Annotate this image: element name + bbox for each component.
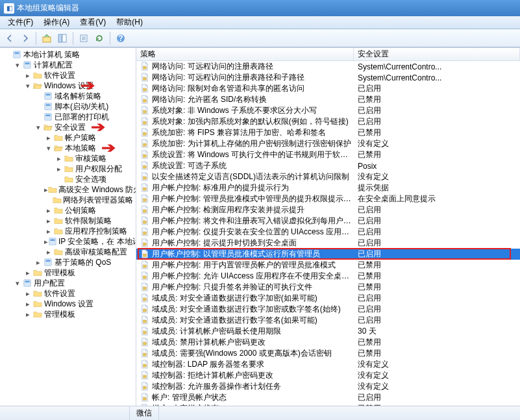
tree-node[interactable]: ▾Windows 设置 — [0, 80, 136, 91]
snap-icon — [22, 278, 32, 288]
tree-node[interactable]: ▸高级审核策略配置 — [0, 247, 136, 257]
tree-node[interactable]: ▾计算机配置 — [0, 60, 136, 70]
expand-toggle[interactable]: ▸ — [44, 226, 53, 236]
expand-toggle[interactable]: ▾ — [13, 278, 22, 288]
refresh-button[interactable] — [92, 31, 106, 45]
policy-row[interactable]: 用户帐户控制: 提示提升时切换到安全桌面已启用 — [136, 238, 520, 249]
policy-name: 用户帐户控制: 将文件和注册表写入错误虚拟化到每用户位置 — [152, 216, 354, 227]
policy-name: 用户帐户控制: 检测应用程序安装并提示提升 — [152, 204, 304, 216]
policy-row[interactable]: 域控制器: LDAP 服务器签名要求没有定义 — [136, 359, 520, 370]
policy-row[interactable]: 网络访问: 可远程访问的注册表路径System\CurrentContro... — [136, 61, 520, 72]
help-button[interactable]: ? — [114, 31, 128, 45]
policy-row[interactable]: 用户帐户控制: 只提升签名并验证的可执行文件已禁用 — [136, 282, 520, 293]
policy-row[interactable]: 帐户: 来宾帐户状态已禁用 — [136, 403, 520, 406]
column-setting[interactable]: 安全设置 — [354, 48, 520, 60]
expand-toggle[interactable]: ▾ — [23, 80, 32, 91]
expand-toggle[interactable]: ▸ — [23, 288, 32, 299]
policy-row[interactable]: 以安全描述符定义语言(SDDL)语法表示的计算机访问限制没有定义 — [136, 171, 520, 182]
navigation-tree[interactable]: 本地计算机 策略▾计算机配置▸软件设置▾Windows 设置➔域名解析策略脚本(… — [0, 48, 136, 406]
svg-rect-19 — [46, 260, 51, 262]
tree-node[interactable]: ▸软件设置 — [0, 288, 136, 299]
expand-toggle[interactable]: ▸ — [23, 309, 32, 319]
policy-row[interactable]: 用户帐户控制: 允许 UIAccess 应用程序在不使用安全桌面...已禁用 — [136, 271, 520, 282]
policy-row[interactable]: 域控制器: 拒绝计算机帐户密码更改没有定义 — [136, 370, 520, 381]
menu-file[interactable]: 文件(F) — [3, 16, 38, 29]
list-body[interactable]: 网络访问: 可远程访问的注册表路径System\CurrentContro...… — [136, 61, 520, 406]
policy-row[interactable]: 系统设置: 可选子系统Posix — [136, 160, 520, 171]
export-list-button[interactable] — [77, 31, 91, 45]
show-hide-tree-button[interactable] — [55, 31, 69, 45]
tree-node[interactable]: ▸Windows 设置 — [0, 299, 136, 309]
back-button[interactable] — [3, 31, 17, 45]
expand-toggle[interactable]: ▾ — [34, 122, 43, 132]
expand-toggle[interactable]: ▸ — [55, 164, 64, 174]
policy-row[interactable]: 域成员: 对安全通道数据进行数字加密(如果可能)已启用 — [136, 293, 520, 304]
expand-toggle[interactable]: ▸ — [23, 70, 32, 80]
expand-toggle[interactable]: ▸ — [34, 257, 43, 267]
menu-action[interactable]: 操作(A) — [38, 16, 75, 29]
tree-node[interactable]: ▸IP 安全策略，在 本地计算机 — [0, 236, 136, 247]
policy-row[interactable]: 网络访问: 允许匿名 SID/名称转换已禁用 — [136, 94, 520, 105]
expand-toggle[interactable]: ▸ — [55, 153, 64, 164]
tree-node[interactable]: ▸审核策略 — [0, 153, 136, 164]
tree-node[interactable]: ▾安全设置 — [0, 122, 136, 132]
menu-help[interactable]: 帮助(H) — [111, 16, 148, 29]
policy-row[interactable]: 域控制器: 允许服务器操作者计划任务没有定义 — [136, 381, 520, 392]
tree-node[interactable]: 本地计算机 策略 — [0, 49, 136, 60]
tree-node[interactable]: ▸应用程序控制策略 — [0, 226, 136, 236]
policy-row[interactable]: 域成员: 对安全通道数据进行数字签名(如果可能)已启用 — [136, 315, 520, 326]
policy-row[interactable]: 系统加密: 为计算机上存储的用户密钥强制进行强密钥保护没有定义 — [136, 138, 520, 149]
expand-toggle[interactable]: ▾ — [44, 143, 53, 153]
tree-node[interactable]: ▸高级安全 Windows 防火墙 — [0, 184, 136, 195]
tree-node[interactable]: ▸软件设置 — [0, 70, 136, 80]
expand-toggle[interactable]: ▸ — [44, 132, 53, 143]
up-button[interactable] — [40, 31, 54, 45]
tree-node[interactable]: 域名解析策略 — [0, 91, 136, 101]
policy-row[interactable]: 域成员: 禁用计算机帐户密码更改已禁用 — [136, 337, 520, 348]
policy-row[interactable]: 用户帐户控制: 用于内置管理员帐户的管理员批准模式已禁用 — [136, 260, 520, 271]
tree-node[interactable]: ▸基于策略的 QoS — [0, 257, 136, 267]
policy-row[interactable]: 用户帐户控制: 以管理员批准模式运行所有管理员已启用 — [136, 249, 520, 260]
policy-row[interactable]: 系统对象: 加强内部系统对象的默认权限(例如，符号链接)已启用 — [136, 116, 520, 127]
expand-toggle[interactable]: ▾ — [13, 60, 22, 70]
policy-row[interactable]: 用户帐户控制: 标准用户的提升提示行为提示凭据 — [136, 182, 520, 193]
policy-row[interactable]: 帐户: 管理员帐户状态已启用 — [136, 392, 520, 403]
expand-toggle[interactable]: ▸ — [44, 205, 53, 216]
expand-toggle[interactable]: ▸ — [23, 267, 32, 278]
expand-toggle[interactable]: ▸ — [23, 299, 32, 309]
policy-row[interactable]: 域成员: 需要强(Windows 2000 或更高版本)会话密钥已禁用 — [136, 348, 520, 359]
policy-row[interactable]: 系统对象: 非 Windows 子系统不要求区分大小写已启用 — [136, 105, 520, 116]
tree-node[interactable]: ▸公钥策略 — [0, 205, 136, 216]
policy-row[interactable]: 网络访问: 可远程访问的注册表路径和子路径System\CurrentContr… — [136, 72, 520, 83]
column-policy[interactable]: 策略 — [136, 48, 354, 60]
tree-node[interactable]: ▾用户配置 — [0, 278, 136, 288]
tree-node[interactable]: 已部署的打印机 — [0, 112, 136, 122]
tree-node[interactable]: 脚本(启动/关机) — [0, 101, 136, 112]
policy-row[interactable]: 网络访问: 限制对命名管道和共享的匿名访问已启用 — [136, 83, 520, 94]
policy-row[interactable]: 系统设置: 将 Windows 可执行文件中的证书规则用于软件...已禁用 — [136, 149, 520, 160]
tree-node[interactable]: ▸软件限制策略 — [0, 216, 136, 226]
policy-row[interactable]: 域成员: 对安全通道数据进行数字加密或数字签名(始终)已启用 — [136, 304, 520, 315]
menu-view[interactable]: 查看(V) — [75, 16, 111, 29]
policy-row[interactable]: 用户帐户控制: 检测应用程序安装并提示提升已启用 — [136, 204, 520, 216]
tree-label: Windows 设置 — [44, 80, 93, 91]
policy-name: 以安全描述符定义语言(SDDL)语法表示的计算机访问限制 — [152, 171, 349, 182]
tree-node[interactable]: ▸帐户策略 — [0, 132, 136, 143]
policy-setting: 已启用 — [354, 392, 520, 403]
tree-node[interactable]: ▸管理模板 — [0, 267, 136, 278]
tree-node[interactable]: 网络列表管理器策略 — [0, 195, 136, 205]
policy-row[interactable]: 用户帐户控制: 仅提升安装在安全位置的 UIAccess 应用程序已启用 — [136, 227, 520, 238]
tree-node[interactable]: 安全选项 — [0, 174, 136, 184]
tree-node[interactable]: ▸用户权限分配 — [0, 164, 136, 174]
svg-rect-34 — [143, 199, 146, 201]
policy-row[interactable]: 系统加密: 将 FIPS 兼容算法用于加密、哈希和签名已禁用 — [136, 127, 520, 138]
tree-label: 基于策略的 QoS — [55, 257, 111, 267]
expand-toggle[interactable]: ▸ — [44, 216, 53, 226]
policy-row[interactable]: 用户帐户控制: 管理员批准模式中管理员的提升权限提示的...在安全桌面上同意提示 — [136, 193, 520, 204]
tree-node[interactable]: ▾本地策略 — [0, 143, 136, 153]
expand-toggle[interactable]: ▸ — [44, 247, 53, 257]
tree-node[interactable]: ▸管理模板 — [0, 309, 136, 319]
forward-button[interactable] — [18, 31, 32, 45]
policy-row[interactable]: 域成员: 计算机帐户密码最长使用期限30 天 — [136, 326, 520, 337]
policy-row[interactable]: 用户帐户控制: 将文件和注册表写入错误虚拟化到每用户位置已启用 — [136, 216, 520, 227]
